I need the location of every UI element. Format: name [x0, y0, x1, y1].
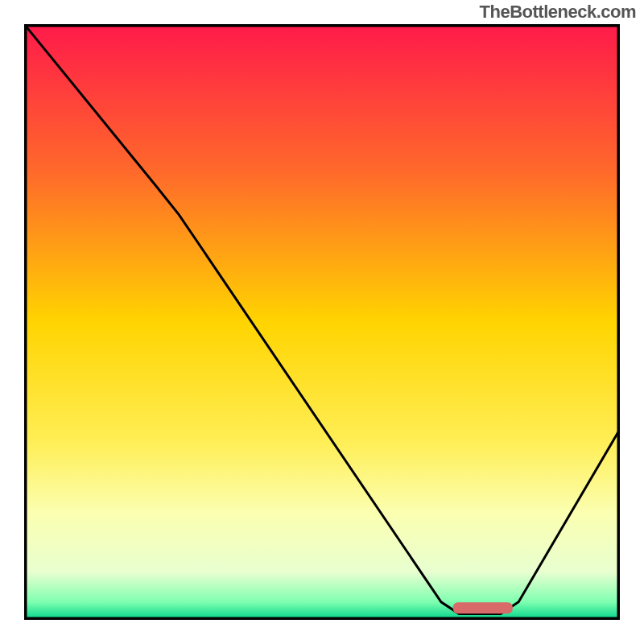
watermark-text: TheBottleneck.com — [480, 2, 636, 23]
plot-background — [24, 24, 620, 620]
optimal-marker — [453, 602, 513, 613]
bottleneck-chart — [24, 24, 620, 620]
